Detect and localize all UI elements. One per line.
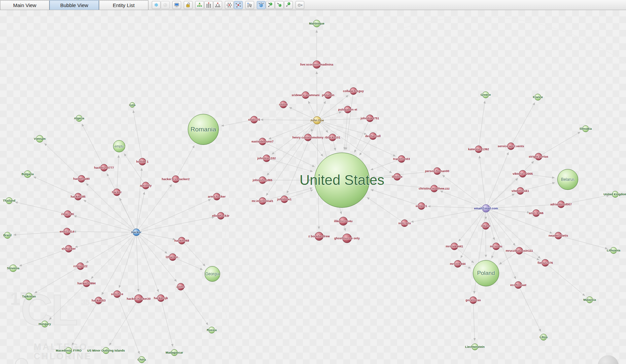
bubble-icon[interactable] (161, 1, 170, 9)
node-label: katerina.81392 (468, 148, 489, 151)
node-label: deshanzell (365, 134, 381, 138)
node-label: mrozek944 (450, 262, 466, 266)
node-label: John Doe (310, 119, 324, 122)
node-label: iskane (481, 224, 490, 228)
node-label: Belarus (561, 177, 575, 182)
node-label: Macedonia, FYRO (56, 349, 82, 352)
svg-text:▾: ▾ (301, 4, 303, 7)
node-label: Tajikistan (22, 295, 36, 298)
node-label: ghostfourme only (334, 237, 360, 240)
node-label: Martinique (309, 22, 324, 25)
node-label: Slovakia (580, 127, 592, 130)
node-label: rblack0101 (325, 136, 341, 139)
node-label: -empty- (113, 145, 125, 148)
layout-hierarchical-icon[interactable] (204, 1, 213, 9)
toolbar-group (184, 1, 193, 9)
node-label: eastsidemuno7 (251, 140, 274, 143)
node-label: China (137, 358, 146, 361)
svg-text:❄: ❄ (154, 2, 159, 8)
node-label: Poland (477, 270, 495, 277)
svg-text:⚙: ⚙ (297, 2, 301, 7)
node-label: collage321guy (343, 89, 364, 93)
node-label: z boredandrew (308, 235, 330, 238)
node-label: ecoftomaat (510, 283, 526, 287)
node-label: sulo.gita (398, 221, 411, 225)
node-label: neadertalietis (549, 234, 568, 237)
node-label: Thailand (3, 199, 15, 202)
node-label: rimer18ti (61, 212, 74, 216)
node-label: hacker185 (71, 195, 85, 198)
layout-circular-icon[interactable] (225, 1, 234, 9)
node-label: US Minor Outlying Islands (87, 349, 125, 352)
node-label: army hacker (208, 195, 225, 198)
node-label: Brazil (3, 234, 12, 237)
node-label: mrozek9441 (446, 245, 463, 248)
node-label: Bulgaria (22, 172, 34, 176)
node-label: Lithuania (607, 249, 620, 252)
node-label: adrianbond007 (550, 203, 572, 206)
node-label: azur_6566 (529, 211, 544, 215)
node-label: United States (300, 172, 384, 188)
node-label: Russia (207, 328, 217, 332)
layout-bubble-icon[interactable] (234, 1, 243, 9)
select-bubble-icon[interactable] (257, 1, 266, 9)
node-label: hacker068 (174, 239, 189, 242)
node-label: ri5556 (279, 103, 288, 106)
node-label: Algeria (74, 117, 84, 120)
links-in-icon[interactable] (275, 1, 284, 9)
node-label: Libya (540, 335, 548, 339)
node-label: Malaysia (583, 298, 596, 301)
node-label: strigor.portas (529, 155, 548, 158)
settings-dropdown-icon[interactable]: ⚙▾ (295, 1, 304, 9)
layout-organic-icon[interactable] (195, 1, 204, 9)
node-label: fienaz2376 (537, 261, 553, 265)
node-label: mr.intentional1 (252, 199, 273, 203)
layout-tree-icon[interactable] (213, 1, 222, 9)
node-label: hackeraa90 (73, 177, 90, 180)
unlock-icon[interactable] (184, 1, 193, 9)
node-label: traceman03 (393, 157, 410, 161)
tab-bubble-view[interactable]: Bubble View (49, 0, 99, 10)
node-label: live:scorpion-madinina (300, 63, 334, 66)
toolbar-group (225, 1, 243, 9)
node-label: rcboy 122 (73, 265, 88, 268)
node-label: viktoria-42005 (513, 172, 533, 175)
links-inout-icon[interactable] (266, 1, 275, 9)
display-icon[interactable] (172, 1, 181, 9)
tab-entity-list[interactable]: Entity List (99, 0, 148, 10)
node-label: hacker200777 (94, 166, 114, 169)
node-label: hacker_cs_hacker2 (162, 177, 189, 181)
node-label: iliketocum4u (334, 219, 352, 223)
node-label: simofice (111, 292, 124, 296)
node-layer: United StatesRomaniaPolandBelarusGeorgia… (0, 10, 626, 364)
tab-main-view[interactable]: Main View (0, 0, 49, 10)
layout-interactive-icon[interactable] (245, 1, 254, 9)
node-label: service.april.vents (498, 145, 524, 148)
node-label: Hungary (39, 322, 51, 326)
node-label: Madagascar (166, 351, 183, 354)
node-label: christina.matthew.zzz (419, 187, 450, 190)
node-label: mr.iva4u (490, 245, 502, 248)
toolbar-group: ❄ (152, 1, 170, 9)
node-label: pulogabon et (338, 108, 357, 111)
node-label: slohacker (62, 247, 76, 250)
node-label: johndoe1332 (257, 157, 276, 160)
graph-canvas[interactable]: 17 CL 35,453 MALTEGO CHLORINE United Sta… (0, 10, 626, 364)
node-label: l2hacker.. (166, 255, 179, 259)
node-label: Greece (481, 93, 491, 96)
node-label: philalbin (322, 93, 335, 97)
links-out-icon[interactable] (284, 1, 293, 9)
toolbar-group (245, 1, 254, 9)
node-label: sbali125 (248, 118, 260, 121)
node-label: tboilive (392, 175, 403, 178)
freeze-icon[interactable]: ❄ (152, 1, 161, 9)
node-label: johnjohn.jd65 (253, 178, 273, 182)
view-tabs: Main ViewBubble ViewEntity List (0, 0, 148, 10)
node-label: johnblue1 (277, 198, 292, 201)
node-label: Hacker (131, 231, 141, 234)
toolbar-group (257, 1, 293, 9)
node-label: emo12314 (60, 230, 74, 233)
node-label: hollide 1 (136, 160, 149, 163)
node-label: hacker53994 (77, 282, 96, 285)
node-label: Slovenia (7, 267, 19, 270)
